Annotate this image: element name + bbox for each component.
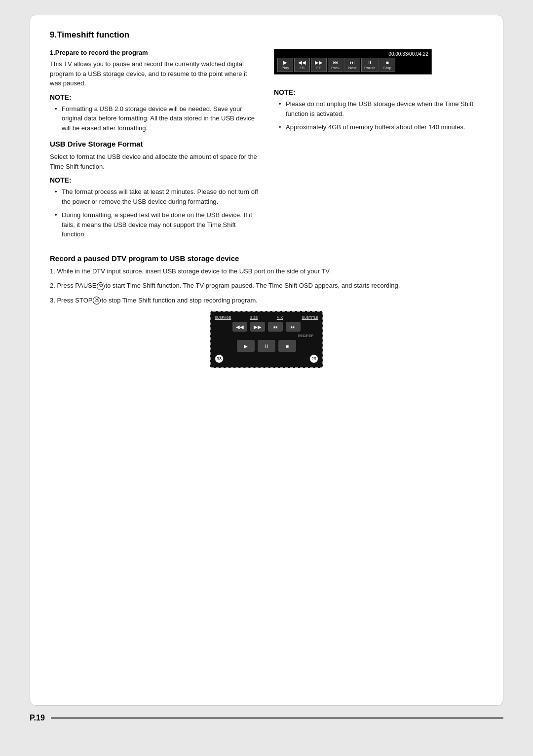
- note-left1-item-1: Formatting a USB 2.0 storage device will…: [55, 104, 259, 133]
- remote-row2: ▶ ⏸ ■: [215, 340, 318, 352]
- label-mix: MIX: [277, 316, 283, 319]
- remote-row1: ◀◀ ▶▶ ⏮ ⏭: [215, 322, 318, 332]
- label-size: SIZE: [250, 316, 258, 319]
- remote-top-labels: SUBPAGE SIZE MIX SUBTITLE: [215, 316, 318, 319]
- record-section-header: Record a paused DTV program to USB stora…: [50, 254, 483, 263]
- remote-forward-btn[interactable]: ▶▶: [250, 322, 265, 332]
- osd-fb-btn[interactable]: ◀◀ FB: [294, 58, 310, 72]
- section1-subtitle: 1.Prepare to record the program: [50, 49, 259, 56]
- note-usb-item-2: During formatting, a speed test will be …: [55, 210, 259, 239]
- note-usb: NOTE: The format process will take at le…: [50, 176, 259, 239]
- osd-next-btn[interactable]: ⏭ Next: [344, 58, 360, 72]
- note-right1-item-2: Approximately 4GB of memory buffers abou…: [279, 122, 483, 132]
- next-icon: ⏭: [350, 60, 355, 65]
- bottom-page-bar: P.19: [30, 714, 503, 722]
- osd-play-btn[interactable]: ▶ Play: [277, 58, 293, 72]
- pause-icon: ⏸: [367, 60, 372, 65]
- section1-body: This TV allows you to pause and record t…: [50, 59, 259, 88]
- play-label: Play: [281, 66, 289, 70]
- page-container: 9.Timeshift function 1.Prepare to record…: [30, 15, 503, 706]
- two-col-layout: 1.Prepare to record the program This TV …: [50, 49, 483, 246]
- right-column: 00:00:33/00:04:22 ▶ Play ◀◀ FB ▶▶ FF: [274, 49, 483, 246]
- record-section: Record a paused DTV program to USB stora…: [50, 254, 483, 305]
- note-usb-item-1: The format process will take at least 2 …: [55, 187, 259, 206]
- record-step1: 1. While in the DTV input source, insert…: [50, 266, 483, 276]
- note-left1: NOTE: Formatting a USB 2.0 storage devic…: [50, 93, 259, 133]
- note-right1-item-1: Please do not unplug the USB storage dev…: [279, 99, 483, 118]
- record-step2: 2. Press PAUSE33to start Time Shift func…: [50, 281, 483, 291]
- note-usb-list: The format process will take at least 2 …: [50, 187, 259, 239]
- remote-play-btn[interactable]: ▶: [237, 340, 255, 352]
- step3-post: to stop Time Shift function and stop rec…: [101, 297, 258, 304]
- remote-callouts: 33 29: [215, 354, 318, 363]
- remote-next-btn[interactable]: ⏭: [286, 322, 301, 332]
- note-right1: NOTE: Please do not unplug the USB stora…: [274, 88, 483, 132]
- label-subtitle: SUBTITLE: [302, 316, 318, 319]
- note-usb-heading: NOTE:: [50, 176, 259, 184]
- osd-stop-btn[interactable]: ■ Stop: [380, 58, 395, 72]
- osd-ff-btn[interactable]: ▶▶ FF: [311, 58, 327, 72]
- note-right1-list: Please do not unplug the USB storage dev…: [274, 99, 483, 132]
- step2-pre: 2. Press PAUSE: [50, 282, 96, 289]
- page-title: 9.Timeshift function: [50, 30, 483, 40]
- osd-buttons: ▶ Play ◀◀ FB ▶▶ FF ⏮ Prev.: [277, 58, 428, 72]
- step2-post: to start Time Shift function. The TV pro…: [105, 282, 400, 289]
- bottom-divider: [51, 718, 503, 718]
- usb-section-body: Select to format the USB device and allo…: [50, 152, 259, 171]
- left-column: 1.Prepare to record the program This TV …: [50, 49, 259, 246]
- note-left1-heading: NOTE:: [50, 93, 259, 101]
- remote-prev-btn[interactable]: ⏮: [268, 322, 283, 332]
- stop-label: Stop: [383, 66, 391, 70]
- remote-rewind-btn[interactable]: ◀◀: [232, 322, 247, 332]
- callout-33: 33: [215, 354, 224, 363]
- step3-pre: 3. Press STOP: [50, 297, 92, 304]
- rec-rep-label: REC/REP: [215, 334, 313, 338]
- next-label: Next: [348, 66, 356, 70]
- remote-stop-btn[interactable]: ■: [278, 340, 296, 352]
- stop-number: 29: [93, 297, 101, 304]
- play-icon: ▶: [283, 60, 287, 65]
- osd-time: 00:00:33/00:04:22: [277, 51, 428, 57]
- note-right1-heading: NOTE:: [274, 88, 483, 96]
- prev-label: Prev.: [331, 66, 340, 70]
- callout-29: 29: [309, 354, 318, 363]
- remote-pause-btn[interactable]: ⏸: [258, 340, 275, 352]
- note-left1-list: Formatting a USB 2.0 storage device will…: [50, 104, 259, 133]
- usb-section-header: USB Drive Storage Format: [50, 140, 259, 148]
- osd-pause-btn[interactable]: ⏸ Pause: [361, 58, 379, 72]
- ff-label: FF: [316, 66, 321, 70]
- bottom-page-number: P.19: [30, 714, 45, 722]
- osd-bar: 00:00:33/00:04:22 ▶ Play ◀◀ FB ▶▶ FF: [274, 49, 432, 75]
- stop-icon: ■: [386, 60, 389, 65]
- fb-icon: ◀◀: [298, 60, 306, 65]
- osd-prev-btn[interactable]: ⏮ Prev.: [328, 58, 343, 72]
- fb-label: FB: [300, 66, 305, 70]
- prev-icon: ⏮: [333, 60, 338, 65]
- record-step3: 3. Press STOP29to stop Time Shift functi…: [50, 296, 483, 305]
- remote-control-image: SUBPAGE SIZE MIX SUBTITLE ◀◀ ▶▶ ⏮ ⏭ REC/…: [210, 311, 323, 368]
- pause-label: Pause: [364, 66, 376, 70]
- label-subpage: SUBPAGE: [215, 316, 231, 319]
- pause-number: 33: [97, 282, 105, 290]
- ff-icon: ▶▶: [315, 60, 323, 65]
